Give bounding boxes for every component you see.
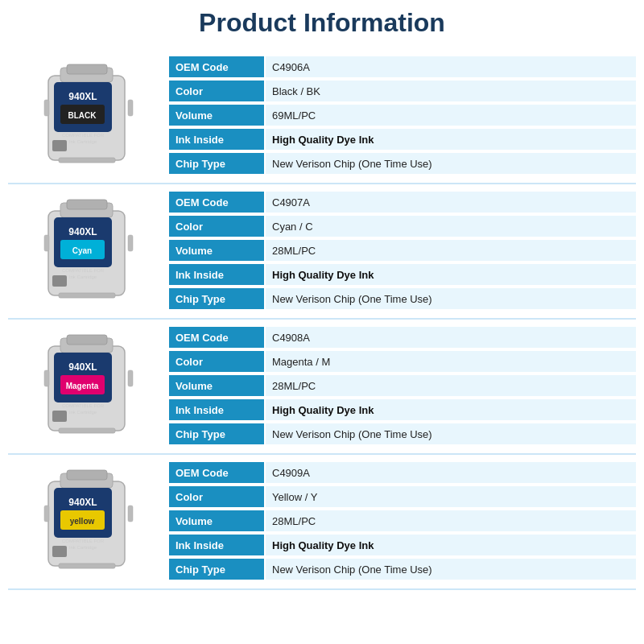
svg-text:Ink Cartridge: Ink Cartridge: [69, 410, 97, 415]
label-ink-inside-cyan: Ink Inside: [169, 264, 266, 287]
svg-rect-36: [44, 370, 49, 386]
value-chip-type-magenta: New Verison Chip (One Time Use): [266, 423, 636, 446]
value-oem-code-yellow: C4909A: [266, 462, 636, 485]
svg-text:Magenta: Magenta: [66, 382, 99, 390]
info-row-chip-type-yellow: Chip TypeNew Verison Chip (One Time Use): [169, 559, 636, 581]
value-ink-inside-yellow: High Quality Dye Ink: [266, 535, 636, 557]
info-row-volume-cyan: Volume28ML/PC: [169, 240, 636, 262]
info-row-ink-inside-cyan: Ink InsideHigh Quality Dye Ink: [169, 264, 636, 287]
svg-rect-23: [44, 235, 49, 251]
value-oem-code-black: C4906A: [266, 56, 636, 79]
product-row-yellow: 940XL yellow COMPATIBLE FOR Ink Cartridg…: [8, 455, 636, 590]
info-table-yellow: OEM CodeC4909AColorYellow / YVolume28ML/…: [169, 462, 636, 581]
cartridge-image-cyan: 940XL Cyan COMPATIBLE FOR Ink Cartridge: [8, 195, 169, 308]
value-volume-cyan: 28ML/PC: [266, 240, 636, 262]
label-color-black: Color: [169, 80, 266, 103]
svg-text:Cyan: Cyan: [72, 246, 92, 255]
info-row-color-cyan: ColorCyan / C: [169, 216, 636, 238]
value-color-black: Black / BK: [266, 80, 636, 103]
info-row-oem-code-cyan: OEM CodeC4907A: [169, 192, 636, 214]
svg-rect-41: [67, 470, 107, 480]
product-row-magenta: 940XL Magenta COMPATIBLE FOR Ink Cartrid…: [8, 320, 636, 455]
svg-rect-50: [128, 506, 133, 522]
svg-rect-28: [67, 335, 107, 345]
svg-text:yellow: yellow: [70, 517, 95, 526]
info-table-magenta: OEM CodeC4908AColorMagenta / MVolume28ML…: [169, 327, 636, 446]
label-chip-type-magenta: Chip Type: [169, 423, 266, 446]
svg-text:COMPATIBLE FOR: COMPATIBLE FOR: [62, 403, 105, 408]
label-volume-magenta: Volume: [169, 375, 266, 398]
svg-rect-11: [128, 100, 133, 116]
label-volume-yellow: Volume: [169, 510, 266, 533]
label-color-cyan: Color: [169, 216, 266, 238]
label-chip-type-black: Chip Type: [169, 153, 266, 175]
svg-rect-49: [44, 506, 49, 522]
cartridge-image-magenta: 940XL Magenta COMPATIBLE FOR Ink Cartrid…: [8, 330, 169, 443]
value-chip-type-black: New Verison Chip (One Time Use): [266, 153, 636, 175]
info-row-volume-magenta: Volume28ML/PC: [169, 375, 636, 398]
svg-text:BLACK: BLACK: [68, 111, 97, 120]
svg-rect-15: [67, 200, 107, 209]
value-color-cyan: Cyan / C: [266, 216, 636, 238]
svg-rect-29: [52, 411, 67, 422]
svg-text:COMPATIBLE FOR: COMPATIBLE FOR: [62, 133, 105, 138]
products-grid: 940XL BLACK COMPATIBLE FOR Ink Cartridge…: [8, 49, 636, 590]
label-chip-type-yellow: Chip Type: [169, 559, 266, 581]
value-ink-inside-black: High Quality Dye Ink: [266, 129, 636, 151]
svg-rect-38: [59, 428, 115, 433]
svg-rect-37: [128, 370, 133, 386]
svg-text:940XL: 940XL: [68, 497, 97, 508]
info-row-ink-inside-magenta: Ink InsideHigh Quality Dye Ink: [169, 399, 636, 422]
label-oem-code-black: OEM Code: [169, 56, 266, 79]
info-row-ink-inside-yellow: Ink InsideHigh Quality Dye Ink: [169, 535, 636, 557]
svg-text:940XL: 940XL: [68, 91, 97, 102]
value-volume-black: 69ML/PC: [266, 105, 636, 127]
info-row-oem-code-yellow: OEM CodeC4909A: [169, 462, 636, 485]
info-row-chip-type-cyan: Chip TypeNew Verison Chip (One Time Use): [169, 288, 636, 311]
info-row-volume-black: Volume69ML/PC: [169, 105, 636, 127]
svg-rect-24: [128, 235, 133, 251]
value-volume-yellow: 28ML/PC: [266, 510, 636, 533]
info-row-chip-type-black: Chip TypeNew Verison Chip (One Time Use): [169, 153, 636, 175]
page: Product Information 940XL BLACK COMPATIB…: [0, 0, 644, 644]
label-oem-code-yellow: OEM Code: [169, 462, 266, 485]
label-oem-code-magenta: OEM Code: [169, 327, 266, 349]
svg-text:COMPATIBLE FOR: COMPATIBLE FOR: [62, 539, 105, 543]
svg-rect-3: [52, 140, 67, 151]
label-volume-black: Volume: [169, 105, 266, 127]
product-row-cyan: 940XL Cyan COMPATIBLE FOR Ink Cartridge …: [8, 184, 636, 320]
svg-rect-12: [59, 158, 115, 163]
value-chip-type-yellow: New Verison Chip (One Time Use): [266, 559, 636, 581]
cartridge-image-yellow: 940XL yellow COMPATIBLE FOR Ink Cartridg…: [8, 465, 169, 578]
label-color-magenta: Color: [169, 351, 266, 374]
svg-rect-2: [67, 64, 107, 74]
info-row-volume-yellow: Volume28ML/PC: [169, 510, 636, 533]
value-ink-inside-cyan: High Quality Dye Ink: [266, 264, 636, 287]
page-title: Product Information: [199, 8, 445, 38]
svg-text:Ink Cartridge: Ink Cartridge: [69, 139, 97, 144]
label-oem-code-cyan: OEM Code: [169, 192, 266, 214]
info-row-color-magenta: ColorMagenta / M: [169, 351, 636, 374]
svg-rect-16: [52, 275, 67, 287]
info-row-ink-inside-black: Ink InsideHigh Quality Dye Ink: [169, 129, 636, 151]
svg-rect-42: [52, 546, 67, 557]
svg-text:Ink Cartridge: Ink Cartridge: [69, 545, 97, 550]
info-row-oem-code-black: OEM CodeC4906A: [169, 56, 636, 79]
info-row-oem-code-magenta: OEM CodeC4908A: [169, 327, 636, 349]
svg-text:940XL: 940XL: [68, 226, 97, 237]
value-color-yellow: Yellow / Y: [266, 486, 636, 509]
info-row-color-yellow: ColorYellow / Y: [169, 486, 636, 509]
value-color-magenta: Magenta / M: [266, 351, 636, 374]
value-oem-code-magenta: C4908A: [266, 327, 636, 349]
svg-rect-25: [59, 293, 115, 298]
value-chip-type-cyan: New Verison Chip (One Time Use): [266, 288, 636, 311]
label-ink-inside-yellow: Ink Inside: [169, 535, 266, 557]
info-row-color-black: ColorBlack / BK: [169, 80, 636, 103]
info-table-cyan: OEM CodeC4907AColorCyan / CVolume28ML/PC…: [169, 192, 636, 311]
product-row-black: 940XL BLACK COMPATIBLE FOR Ink Cartridge…: [8, 49, 636, 184]
svg-text:COMPATIBLE FOR: COMPATIBLE FOR: [62, 268, 105, 273]
value-volume-magenta: 28ML/PC: [266, 375, 636, 398]
label-ink-inside-black: Ink Inside: [169, 129, 266, 151]
info-row-chip-type-magenta: Chip TypeNew Verison Chip (One Time Use): [169, 423, 636, 446]
label-ink-inside-magenta: Ink Inside: [169, 399, 266, 422]
